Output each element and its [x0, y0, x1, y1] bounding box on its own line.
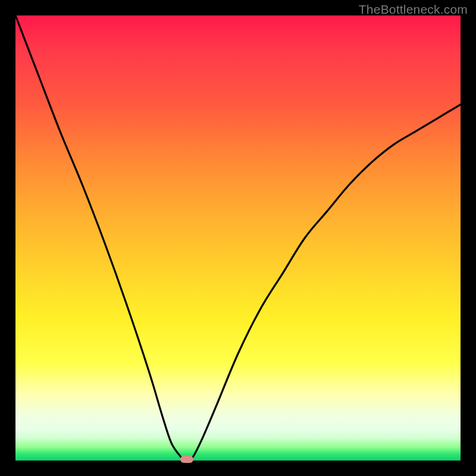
watermark-text: TheBottleneck.com: [359, 2, 468, 17]
bottleneck-curve: [15, 15, 461, 461]
optimal-point-marker: [180, 456, 193, 463]
outer-frame: TheBottleneck.com: [0, 0, 476, 476]
curve-layer: [15, 15, 461, 461]
